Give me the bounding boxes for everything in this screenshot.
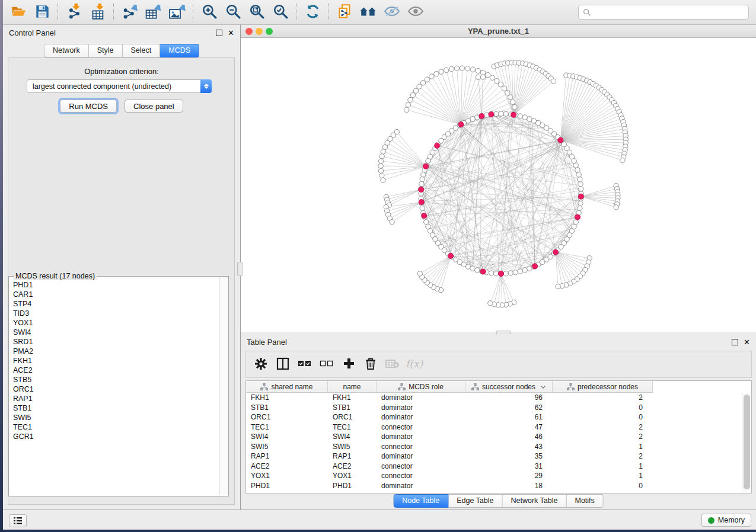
memory-button[interactable]: Memory [701,514,751,527]
select-all-rows-button[interactable] [296,355,314,374]
cell-predecessor_nodes: 2 [553,452,653,460]
import-table-from-file-button[interactable] [86,2,110,23]
vertical-splitter-grabber[interactable] [237,262,243,276]
table-row-PHD1[interactable]: PHD1PHD1dominator180 [246,481,742,491]
trash-icon [365,357,377,372]
column-header-label: successor nodes [482,383,535,391]
close-table-panel-icon[interactable]: ✕ [744,339,750,345]
memory-button-label: Memory [718,516,745,524]
table-row-YOX1[interactable]: YOX1YOX1connector291 [246,471,742,481]
mcds-result-item[interactable]: STB5 [9,375,220,384]
mcds-result-item[interactable]: STP4 [9,299,220,309]
mcds-result-item[interactable]: TID3 [9,309,220,318]
tab-edge-table[interactable]: Edge Table [448,494,502,508]
float-table-panel-icon[interactable] [732,339,738,345]
refresh-view-button[interactable] [301,2,324,23]
criterion-dropdown[interactable]: largest connected component (undirected) [27,79,212,93]
table-row-TEC1[interactable]: TEC1TEC1connector472 [246,422,742,432]
table-scrollbar[interactable] [742,393,751,493]
mcds-result-item[interactable]: TEC1 [9,422,220,432]
search-box[interactable] [578,5,749,20]
mcds-result-item[interactable]: PHD1 [9,280,220,290]
close-panel-icon[interactable]: ✕ [228,30,234,36]
mcds-result-item[interactable]: SRD1 [9,337,220,347]
column-header-MCDS-role[interactable]: MCDS role [377,381,465,393]
zoom-in-button[interactable] [197,2,221,23]
table-row-ORC1[interactable]: ORC1ORC1dominator610 [246,412,742,422]
mcds-result-item[interactable]: CAR1 [9,290,220,299]
float-panel-icon[interactable] [216,30,222,36]
task-history-button[interactable] [9,514,27,527]
column-settings-button[interactable] [252,355,270,374]
cell-name: RAP1 [328,452,377,460]
cell-successor_nodes: 35 [465,452,553,460]
column-header-shared-name[interactable]: shared name [246,381,328,393]
export-table-button[interactable] [142,2,165,23]
tab-motifs[interactable]: Motifs [566,494,603,508]
table-row-FKH1[interactable]: FKH1FKH1dominator962 [246,393,742,403]
deselect-all-rows-button[interactable] [318,355,336,374]
close-panel-button[interactable]: Close panel [125,100,183,113]
network-window-titlebar[interactable]: YPA_prune.txt_1 [241,25,756,38]
mcds-result-list[interactable]: PHD1CAR1STP4TID3YOX1SWI4SRD1PMA2FKH1ACE2… [9,280,220,495]
column-header-name[interactable]: name [328,381,377,393]
cell-successor_nodes: 47 [465,423,553,431]
table-row-STB1[interactable]: STB1STB1dominator620 [246,403,742,413]
column-type-icon [260,383,268,390]
export-network-button[interactable] [118,2,142,23]
save-session-button[interactable] [30,2,54,23]
mcds-result-title: MCDS result (17 nodes) [14,272,97,280]
mcds-result-item[interactable]: ACE2 [9,366,220,375]
mcds-result-item[interactable]: RAP1 [9,394,220,403]
tab-style[interactable]: Style [89,44,123,57]
hide-selected-button[interactable] [380,2,404,23]
toggle-table-view-button[interactable] [274,355,292,374]
delete-columns-button[interactable] [362,355,379,374]
table-row-ACE2[interactable]: ACE2ACE2connector311 [246,462,742,472]
column-header-predecessor-nodes[interactable]: predecessor nodes [553,381,653,393]
node-table: shared namenameMCDS rolesuccessor nodesp… [245,380,752,493]
zoom-selected-button[interactable] [269,2,292,23]
tab-mcds[interactable]: MCDS [160,44,199,57]
column-header-successor-nodes[interactable]: successor nodes [465,381,553,393]
run-mcds-button[interactable]: Run MCDS [60,100,117,113]
mcds-result-item[interactable]: GCR1 [9,432,220,441]
zoom-fit-content-button[interactable] [245,2,269,23]
mcds-result-item[interactable]: FKH1 [9,356,220,366]
import-network-from-file-button[interactable] [62,2,86,23]
open-file-button[interactable] [7,2,30,23]
cell-name: PHD1 [328,482,377,490]
zoom-out-button[interactable] [221,2,245,23]
mcds-result-item[interactable]: SWI5 [9,413,220,422]
create-new-column-button[interactable] [340,355,358,374]
clone-network-button[interactable] [333,2,356,23]
table-scrollbar-thumb[interactable] [744,395,750,489]
mcds-result-item[interactable]: YOX1 [9,318,220,328]
table-row-SWI5[interactable]: SWI5SWI5connector431 [246,442,742,452]
mcds-list-scrollbar[interactable] [219,277,228,495]
select-first-neighbors-button[interactable] [356,2,380,23]
tab-node-table[interactable]: Node Table [393,494,448,508]
cell-successor_nodes: 43 [465,443,553,451]
cell-successor_nodes: 62 [465,403,553,412]
export-image-button[interactable] [165,2,189,23]
mcds-result-item[interactable]: SWI4 [9,328,220,337]
first-neighbors-icon [359,4,377,20]
cell-mcds_role: connector [377,462,465,470]
cell-predecessor_nodes: 1 [553,462,653,470]
cell-name: ORC1 [328,413,377,421]
table-row-SWI4[interactable]: SWI4SWI4dominator462 [246,432,742,442]
show-all-button[interactable] [404,2,428,23]
mcds-result-item[interactable]: PMA2 [9,347,220,356]
network-canvas[interactable] [241,38,756,332]
toolbar-separator [328,4,329,21]
mcds-result-item[interactable]: STB1 [9,403,220,413]
table-row-RAP1[interactable]: RAP1RAP1dominator352 [246,451,742,462]
search-input[interactable] [594,8,748,17]
cell-successor_nodes: 31 [465,462,553,470]
tab-network[interactable]: Network [44,44,89,57]
mcds-result-item[interactable]: ORC1 [9,384,220,394]
tab-network-table[interactable]: Network Table [503,494,567,508]
tab-select[interactable]: Select [123,44,161,57]
table-panel: Table Panel ✕ f(x) shared namenameMCDS r… [241,334,756,509]
